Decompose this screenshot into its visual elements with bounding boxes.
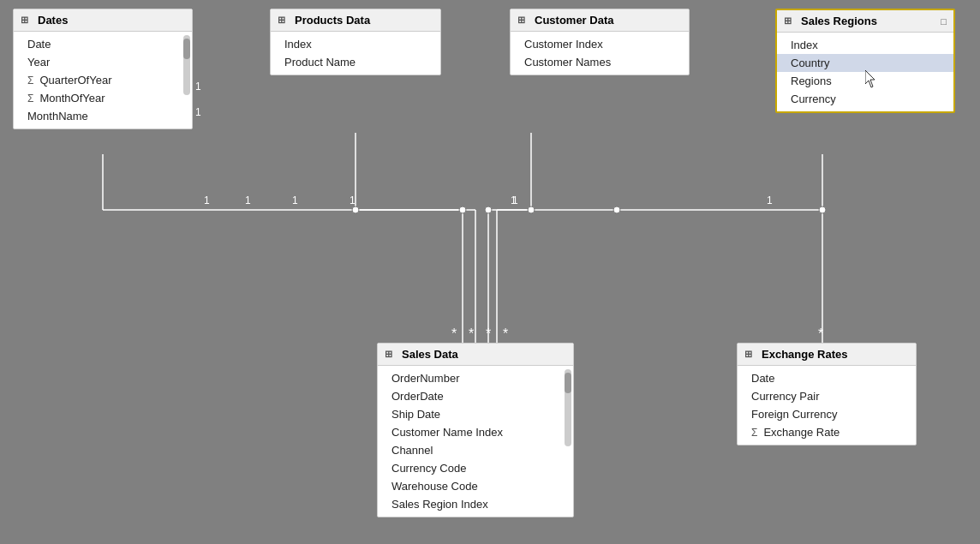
scrollbar-thumb[interactable] bbox=[565, 373, 571, 393]
table-row[interactable]: Customer Index bbox=[511, 35, 689, 53]
sales-data-title: Sales Data bbox=[402, 348, 458, 361]
sales-data-table[interactable]: ⊞ Sales Data OrderNumber OrderDate Ship … bbox=[377, 343, 574, 517]
diagram-canvas: 1 1 1 1 1 * * * * * 1 1 1 1 bbox=[0, 0, 980, 544]
exchange-rates-body: Date Currency Pair Foreign Currency Σ Ex… bbox=[738, 366, 916, 445]
svg-text:1: 1 bbox=[292, 194, 298, 206]
table-icon: ⊞ bbox=[21, 15, 33, 27]
field-label: Currency Pair bbox=[751, 390, 819, 403]
products-data-table[interactable]: ⊞ Products Data Index Product Name bbox=[270, 9, 441, 75]
svg-text:*: * bbox=[486, 326, 491, 341]
table-icon: ⊞ bbox=[385, 349, 397, 361]
svg-point-28 bbox=[459, 206, 466, 213]
svg-text:1: 1 bbox=[245, 194, 251, 206]
svg-text:1: 1 bbox=[767, 194, 773, 206]
sales-regions-table[interactable]: ⊞ Sales Regions □ Index Country Regions … bbox=[775, 9, 955, 113]
table-row[interactable]: Currency Pair bbox=[738, 387, 916, 405]
table-row[interactable]: Year bbox=[14, 53, 192, 71]
table-row[interactable]: OrderDate bbox=[378, 387, 573, 405]
svg-point-31 bbox=[613, 206, 620, 213]
table-row[interactable]: Channel bbox=[378, 441, 573, 459]
table-icon: ⊞ bbox=[784, 15, 796, 27]
field-label: Date bbox=[751, 372, 774, 385]
svg-point-32 bbox=[819, 206, 826, 213]
svg-point-30 bbox=[528, 206, 535, 213]
svg-point-27 bbox=[352, 206, 359, 213]
field-label: Ship Date bbox=[391, 408, 440, 421]
field-label: Channel bbox=[391, 444, 433, 457]
field-label: Exchange Rate bbox=[763, 426, 840, 439]
svg-text:*: * bbox=[818, 326, 823, 341]
table-icon: ⊞ bbox=[278, 15, 290, 27]
field-label: Customer Index bbox=[524, 38, 603, 51]
field-label: Currency bbox=[791, 93, 836, 105]
table-row[interactable]: Currency bbox=[777, 90, 953, 108]
field-label: Date bbox=[27, 38, 51, 51]
table-row[interactable]: Warehouse Code bbox=[378, 477, 573, 495]
sales-data-header: ⊞ Sales Data bbox=[378, 344, 573, 366]
field-label: QuarterOfYear bbox=[39, 74, 111, 87]
table-row[interactable]: Regions bbox=[777, 72, 953, 90]
sales-data-body: OrderNumber OrderDate Ship Date Customer… bbox=[378, 366, 573, 517]
field-label: OrderNumber bbox=[391, 372, 459, 385]
svg-text:*: * bbox=[451, 326, 457, 341]
table-row[interactable]: OrderNumber bbox=[378, 369, 573, 387]
field-label: Customer Name Index bbox=[391, 426, 503, 439]
sigma-icon: Σ bbox=[27, 75, 33, 87]
dates-table-body: Date Year Σ QuarterOfYear Σ MonthOfYear … bbox=[14, 32, 192, 129]
sales-regions-header: ⊞ Sales Regions □ bbox=[777, 10, 953, 33]
field-label: MonthName bbox=[27, 110, 88, 123]
field-label: Country bbox=[791, 57, 830, 69]
table-row[interactable]: Date bbox=[738, 369, 916, 387]
field-label: MonthOfYear bbox=[39, 92, 105, 105]
table-row[interactable]: Customer Names bbox=[511, 53, 689, 71]
svg-text:1: 1 bbox=[350, 194, 356, 206]
sigma-icon: Σ bbox=[27, 93, 33, 105]
exchange-rates-header: ⊞ Exchange Rates bbox=[738, 344, 916, 366]
table-row[interactable]: Σ QuarterOfYear bbox=[14, 71, 192, 89]
scrollbar-thumb[interactable] bbox=[183, 39, 190, 59]
table-icon: ⊞ bbox=[744, 349, 756, 361]
table-row[interactable]: Index bbox=[271, 35, 440, 53]
table-row[interactable]: Date bbox=[14, 35, 192, 53]
customer-title: Customer Data bbox=[535, 14, 613, 27]
table-row[interactable]: Product Name bbox=[271, 53, 440, 71]
field-label: Year bbox=[27, 56, 50, 69]
scrollbar[interactable] bbox=[565, 369, 571, 446]
svg-text:1: 1 bbox=[195, 81, 201, 93]
svg-text:1: 1 bbox=[195, 106, 201, 118]
table-row[interactable]: Σ Exchange Rate bbox=[738, 423, 916, 441]
field-label: Sales Region Index bbox=[391, 498, 488, 511]
table-row[interactable]: Currency Code bbox=[378, 459, 573, 477]
scrollbar[interactable] bbox=[183, 35, 190, 95]
table-row-highlighted[interactable]: Country bbox=[777, 54, 953, 72]
field-label: Index bbox=[284, 38, 312, 51]
dates-table[interactable]: ⊞ Dates Date Year Σ QuarterOfYear Σ Mont… bbox=[13, 9, 193, 129]
svg-text:1: 1 bbox=[511, 194, 517, 206]
field-label: Currency Code bbox=[391, 462, 466, 475]
field-label: Foreign Currency bbox=[751, 408, 837, 421]
field-label: Customer Names bbox=[524, 56, 611, 69]
table-row[interactable]: Sales Region Index bbox=[378, 495, 573, 513]
svg-text:1: 1 bbox=[512, 194, 518, 206]
products-table-header: ⊞ Products Data bbox=[271, 9, 440, 32]
table-row[interactable]: MonthName bbox=[14, 107, 192, 125]
sigma-icon: Σ bbox=[751, 427, 757, 439]
table-row[interactable]: Index bbox=[777, 36, 953, 54]
collapse-icon[interactable]: □ bbox=[941, 16, 947, 27]
sales-regions-body: Index Country Regions Currency bbox=[777, 33, 953, 111]
dates-table-header: ⊞ Dates bbox=[14, 9, 192, 32]
field-label: Warehouse Code bbox=[391, 480, 478, 493]
table-row[interactable]: Σ MonthOfYear bbox=[14, 89, 192, 107]
field-label: Regions bbox=[791, 75, 832, 87]
exchange-rates-table[interactable]: ⊞ Exchange Rates Date Currency Pair Fore… bbox=[737, 343, 917, 445]
exchange-rates-title: Exchange Rates bbox=[762, 348, 847, 361]
table-row[interactable]: Ship Date bbox=[378, 405, 573, 423]
customer-table-header: ⊞ Customer Data bbox=[511, 9, 689, 32]
svg-point-29 bbox=[485, 206, 492, 213]
table-row[interactable]: Foreign Currency bbox=[738, 405, 916, 423]
customer-table-body: Customer Index Customer Names bbox=[511, 32, 689, 75]
products-title: Products Data bbox=[295, 14, 370, 27]
products-table-body: Index Product Name bbox=[271, 32, 440, 75]
customer-data-table[interactable]: ⊞ Customer Data Customer Index Customer … bbox=[510, 9, 690, 75]
table-row[interactable]: Customer Name Index bbox=[378, 423, 573, 441]
